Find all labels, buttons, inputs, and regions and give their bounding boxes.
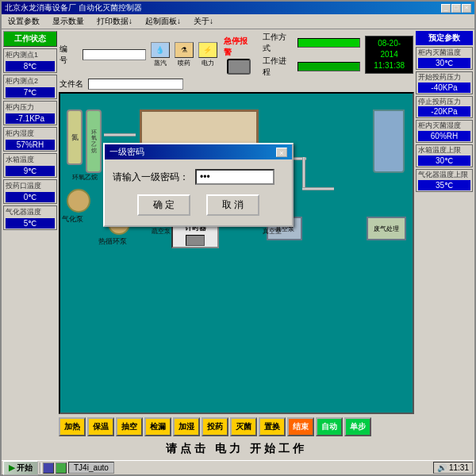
modal-overlay: 一级密码 × 请输入一级密码： 确 定 取 消: [0, 0, 476, 476]
main-window: 北京永龙消毒设备厂 自动化灭菌控制器 _ □ × 设置参数 显示数量 打印数据↓…: [0, 0, 476, 476]
modal-cancel-button[interactable]: 取 消: [206, 194, 259, 216]
modal-title-text: 一级密码: [109, 146, 144, 158]
modal-buttons: 确 定 取 消: [113, 194, 284, 216]
modal-confirm-button[interactable]: 确 定: [137, 194, 190, 216]
modal-close-button[interactable]: ×: [276, 148, 287, 157]
modal-password-input[interactable]: [195, 169, 274, 185]
modal-body: 请输入一级密码： 确 定 取 消: [105, 159, 292, 225]
modal-window: 一级密码 × 请输入一级密码： 确 定 取 消: [103, 143, 294, 227]
modal-prompt: 请输入一级密码：: [113, 171, 189, 184]
modal-input-row: 请输入一级密码：: [113, 169, 284, 185]
modal-title-bar: 一级密码 ×: [105, 144, 292, 159]
